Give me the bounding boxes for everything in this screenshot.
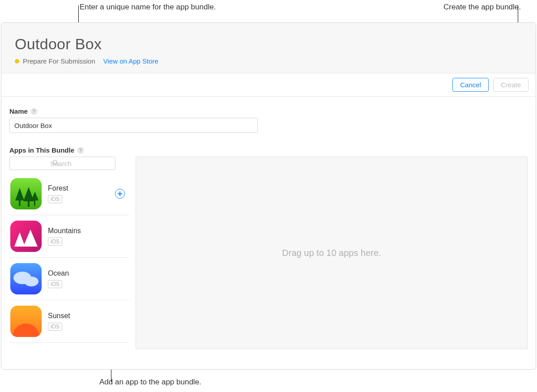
drop-zone-text: Drag up to 10 apps here.: [282, 248, 381, 258]
platform-badge: iOS: [48, 238, 62, 246]
apps-list-column: ForestiOSMountainsiOSOceaniOSSunsetiOS: [9, 157, 129, 349]
svg-rect-5: [19, 200, 21, 206]
name-label: Name: [9, 107, 28, 115]
apps-layout: ForestiOSMountainsiOSOceaniOSSunsetiOS D…: [9, 157, 528, 349]
app-row[interactable]: ForestiOS: [9, 173, 129, 215]
app-name: Mountains: [48, 227, 81, 235]
view-on-app-store-link[interactable]: View on App Store: [103, 57, 158, 65]
annotation-name: Enter a unique name for the app bundle.: [80, 3, 216, 12]
search-input[interactable]: [9, 157, 115, 170]
platform-badge: iOS: [48, 280, 62, 288]
drop-zone[interactable]: Drag up to 10 apps here.: [136, 157, 528, 349]
apps-label: Apps in This Bundle: [9, 146, 74, 154]
app-icon: [10, 221, 42, 252]
svg-marker-4: [31, 192, 38, 200]
search-wrap: [9, 157, 129, 170]
page-title: Outdoor Box: [15, 35, 522, 53]
app-meta: ForestiOS: [48, 184, 68, 203]
svg-marker-2: [15, 188, 24, 200]
svg-marker-9: [23, 230, 38, 247]
status-text: Prepare For Submission: [23, 57, 95, 65]
app-icon: [10, 306, 42, 337]
cancel-button[interactable]: Cancel: [452, 78, 489, 92]
app-meta: OceaniOS: [48, 269, 69, 288]
apps-section: Apps in This Bundle ? ForestiOSMountains…: [9, 146, 528, 349]
bundle-panel: Outdoor Box Prepare For Submission View …: [1, 22, 536, 370]
app-name: Ocean: [48, 269, 69, 277]
annotation-add: Add an app to the app bundle.: [99, 378, 201, 387]
add-app-button[interactable]: [115, 189, 125, 199]
app-name: Sunset: [48, 312, 70, 320]
name-label-row: Name ?: [9, 107, 528, 115]
content-area: Name ? Apps in This Bundle ? ForestiOSMo…: [1, 97, 536, 357]
app-meta: MountainsiOS: [48, 227, 81, 246]
svg-point-11: [24, 277, 38, 286]
status-dot-icon: [15, 59, 19, 64]
svg-rect-6: [28, 200, 30, 207]
app-icon: [10, 178, 42, 209]
svg-point-12: [13, 324, 39, 337]
app-meta: SunsetiOS: [48, 312, 70, 331]
svg-marker-8: [14, 232, 25, 247]
app-row[interactable]: SunsetiOS: [9, 300, 129, 343]
platform-badge: iOS: [48, 195, 62, 203]
help-icon[interactable]: ?: [30, 108, 38, 115]
app-name: Forest: [48, 184, 68, 192]
create-button[interactable]: Create: [493, 78, 528, 92]
panel-header: Outdoor Box Prepare For Submission View …: [1, 23, 536, 73]
bundle-name-input[interactable]: [9, 118, 258, 133]
help-icon[interactable]: ?: [77, 147, 84, 154]
status-row: Prepare For Submission View on App Store: [15, 57, 522, 65]
svg-rect-7: [34, 200, 35, 206]
apps-label-row: Apps in This Bundle ?: [9, 146, 528, 154]
app-row[interactable]: MountainsiOS: [9, 215, 129, 258]
platform-badge: iOS: [48, 323, 62, 331]
app-icon: [10, 263, 42, 294]
app-row[interactable]: OceaniOS: [9, 258, 129, 300]
apps-list: ForestiOSMountainsiOSOceaniOSSunsetiOS: [9, 173, 129, 343]
action-bar: Cancel Create: [1, 73, 536, 97]
annotation-create: Create the app bundle.: [443, 3, 521, 12]
